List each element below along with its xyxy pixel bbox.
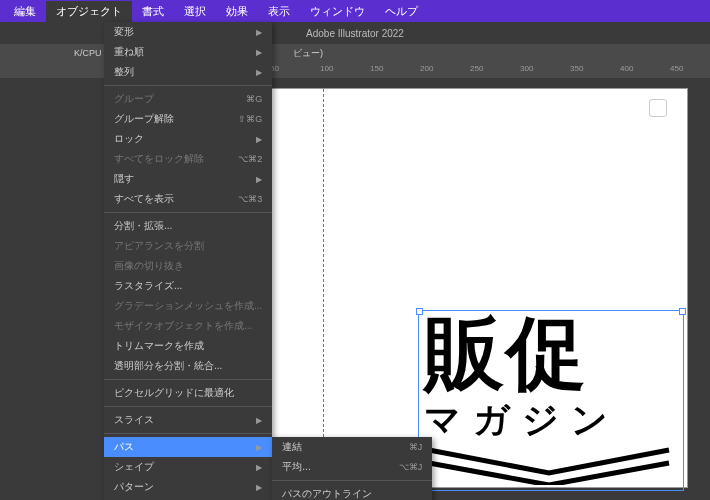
- ruler-tick: 300: [520, 64, 533, 73]
- submenu-arrow-icon: ▶: [256, 48, 262, 57]
- ruler-tick: 200: [420, 64, 433, 73]
- menu-item-重ね順[interactable]: 重ね順▶: [104, 42, 272, 62]
- menu-item-分割・拡張[interactable]: 分割・拡張...: [104, 216, 272, 236]
- ruler-tick: 450: [670, 64, 683, 73]
- ruler-tick: 400: [620, 64, 633, 73]
- app-title: Adobe Illustrator 2022: [306, 28, 404, 39]
- menu-item-アピアランスを分割: アピアランスを分割: [104, 236, 272, 256]
- menu-item-すべてを表示[interactable]: すべてを表示⌥⌘3: [104, 189, 272, 209]
- menu-item-モザイクオブジェクトを作成: モザイクオブジェクトを作成...: [104, 316, 272, 336]
- menu-ヘルプ[interactable]: ヘルプ: [375, 1, 428, 22]
- guide-vertical[interactable]: [323, 89, 324, 487]
- selected-artwork[interactable]: 販促 マガジン: [424, 316, 678, 485]
- menubar: 編集オブジェクト書式選択効果表示ウィンドウヘルプ: [0, 0, 710, 22]
- selection-bbox: [418, 310, 684, 491]
- menu-item-整列[interactable]: 整列▶: [104, 62, 272, 82]
- menu-item-すべてをロック解除: すべてをロック解除⌥⌘2: [104, 149, 272, 169]
- submenu-arrow-icon: ▶: [256, 135, 262, 144]
- menu-効果[interactable]: 効果: [216, 1, 258, 22]
- submenu-arrow-icon: ▶: [256, 443, 262, 452]
- corner-mark: [649, 99, 667, 117]
- menu-item-グループ解除[interactable]: グループ解除⇧⌘G: [104, 109, 272, 129]
- menu-ウィンドウ[interactable]: ウィンドウ: [300, 1, 375, 22]
- menu-item-透明部分を分割・統合[interactable]: 透明部分を分割・統合...: [104, 356, 272, 376]
- menu-item-画像の切り抜き: 画像の切り抜き: [104, 256, 272, 276]
- ruler-tick: 100: [320, 64, 333, 73]
- menu-item-ロック[interactable]: ロック▶: [104, 129, 272, 149]
- submenu-arrow-icon: ▶: [256, 416, 262, 425]
- menu-編集[interactable]: 編集: [4, 1, 46, 22]
- ruler-tick: 150: [370, 64, 383, 73]
- menu-item-平均[interactable]: 平均...⌥⌘J: [272, 457, 432, 477]
- menu-item-ピクセルグリッドに最適化[interactable]: ピクセルグリッドに最適化: [104, 383, 272, 403]
- menu-書式[interactable]: 書式: [132, 1, 174, 22]
- submenu-arrow-icon: ▶: [256, 463, 262, 472]
- menu-item-隠す[interactable]: 隠す▶: [104, 169, 272, 189]
- menu-選択[interactable]: 選択: [174, 1, 216, 22]
- submenu-arrow-icon: ▶: [256, 28, 262, 37]
- menu-オブジェクト[interactable]: オブジェクト: [46, 1, 132, 22]
- object-menu-dropdown[interactable]: 変形▶重ね順▶整列▶グループ⌘Gグループ解除⇧⌘Gロック▶すべてをロック解除⌥⌘…: [104, 22, 272, 500]
- menu-item-パターン[interactable]: パターン▶: [104, 477, 272, 497]
- menu-item-パスのアウトライン[interactable]: パスのアウトライン: [272, 484, 432, 500]
- menu-item-シェイプ[interactable]: シェイプ▶: [104, 457, 272, 477]
- menu-item-パス[interactable]: パス▶: [104, 437, 272, 457]
- menu-item-連結[interactable]: 連結⌘J: [272, 437, 432, 457]
- menu-item-ラスタライズ[interactable]: ラスタライズ...: [104, 276, 272, 296]
- menu-item-スライス[interactable]: スライス▶: [104, 410, 272, 430]
- submenu-arrow-icon: ▶: [256, 175, 262, 184]
- ruler-tick: 250: [470, 64, 483, 73]
- ruler-tick: 350: [570, 64, 583, 73]
- view-mode-label: ビュー): [293, 47, 323, 60]
- menu-item-変形[interactable]: 変形▶: [104, 22, 272, 42]
- submenu-arrow-icon: ▶: [256, 68, 262, 77]
- menu-item-グラデーションメッシュを作成: グラデーションメッシュを作成...: [104, 296, 272, 316]
- submenu-arrow-icon: ▶: [256, 483, 262, 492]
- menu-item-トリムマークを作成[interactable]: トリムマークを作成: [104, 336, 272, 356]
- path-submenu[interactable]: 連結⌘J平均...⌥⌘Jパスのアウトラインパスのオフセット...パスの方向反転単…: [272, 437, 432, 500]
- menu-表示[interactable]: 表示: [258, 1, 300, 22]
- menu-item-グループ: グループ⌘G: [104, 89, 272, 109]
